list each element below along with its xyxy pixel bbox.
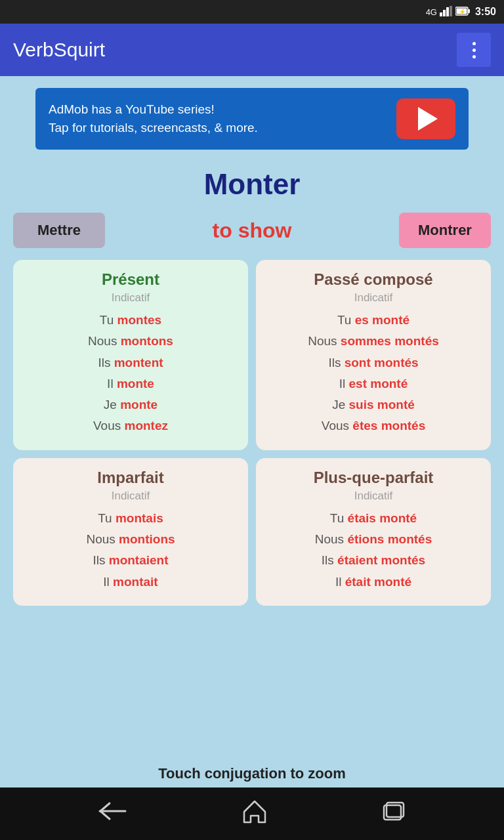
- passe-line-4: Il est monté: [262, 373, 484, 394]
- menu-button[interactable]: [457, 33, 491, 67]
- signal-bars: [440, 6, 453, 18]
- imparfait-title: Imparfait: [20, 469, 242, 487]
- plusque-line-1: Tu étais monté: [262, 508, 484, 529]
- recents-button[interactable]: [381, 799, 408, 829]
- imparfait-line-2: Nous montions: [20, 529, 242, 550]
- verb-title: Monter: [13, 168, 491, 201]
- passe-line-2: Nous sommes montés: [262, 331, 484, 352]
- battery-icon: ⚡: [455, 7, 470, 18]
- svg-text:⚡: ⚡: [458, 8, 466, 16]
- passe-line-1: Tu es monté: [262, 310, 484, 331]
- ad-banner[interactable]: AdMob has a YouTube series! Tap for tuto…: [35, 88, 469, 150]
- status-icons: 4G ⚡ 3:50: [426, 6, 496, 18]
- main-content: Monter Mettre to show Montrer Présent In…: [0, 161, 504, 757]
- plusque-line-4: Il était monté: [262, 572, 484, 593]
- passe-card[interactable]: Passé composé Indicatif Tu es monté Nous…: [256, 260, 491, 450]
- nav-bar: [0, 788, 504, 840]
- plusque-line-3: Ils étaient montés: [262, 550, 484, 571]
- imparfait-line-3: Ils montaient: [20, 550, 242, 571]
- plusque-card[interactable]: Plus-que-parfait Indicatif Tu étais mont…: [256, 458, 491, 606]
- plusque-mood: Indicatif: [262, 490, 484, 503]
- time-display: 3:50: [475, 6, 496, 18]
- nav-row: Mettre to show Montrer: [13, 213, 491, 248]
- plusque-title: Plus-que-parfait: [262, 469, 484, 487]
- present-line-6: Vous montez: [20, 415, 242, 436]
- present-line-4: Il monte: [20, 373, 242, 394]
- back-button[interactable]: [96, 801, 128, 827]
- present-title: Présent: [20, 270, 242, 289]
- present-line-3: Ils montent: [20, 352, 242, 373]
- svg-rect-3: [450, 6, 452, 16]
- imparfait-mood: Indicatif: [20, 490, 242, 503]
- youtube-button[interactable]: [396, 98, 455, 139]
- overflow-menu-icon: [472, 42, 476, 58]
- svg-rect-6: [468, 9, 470, 13]
- next-verb-button[interactable]: Montrer: [399, 213, 491, 248]
- present-line-5: Je monte: [20, 394, 242, 415]
- ad-text: AdMob has a YouTube series! Tap for tuto…: [49, 100, 258, 138]
- hint-bar: Touch conjugation to zoom: [0, 757, 504, 788]
- present-card[interactable]: Présent Indicatif Tu montes Nous montons…: [13, 260, 248, 450]
- status-bar: 4G ⚡ 3:50: [0, 0, 504, 24]
- imparfait-card[interactable]: Imparfait Indicatif Tu montais Nous mont…: [13, 458, 248, 606]
- imparfait-line-1: Tu montais: [20, 508, 242, 529]
- signal-icon: 4G: [426, 7, 437, 17]
- passe-line-3: Ils sont montés: [262, 352, 484, 373]
- home-button[interactable]: [242, 799, 268, 829]
- hint-text: Touch conjugation to zoom: [158, 765, 346, 782]
- conjugation-grid: Présent Indicatif Tu montes Nous montons…: [13, 260, 491, 606]
- present-line-2: Nous montons: [20, 331, 242, 352]
- svg-rect-2: [446, 7, 449, 16]
- prev-verb-button[interactable]: Mettre: [13, 213, 105, 248]
- passe-title: Passé composé: [262, 270, 484, 289]
- play-icon: [418, 107, 438, 131]
- svg-rect-1: [443, 10, 446, 16]
- svg-rect-0: [440, 12, 442, 16]
- passe-line-5: Je suis monté: [262, 394, 484, 415]
- passe-line-6: Vous êtes montés: [262, 415, 484, 436]
- imparfait-line-4: Il montait: [20, 572, 242, 593]
- present-mood: Indicatif: [20, 291, 242, 304]
- passe-mood: Indicatif: [262, 291, 484, 304]
- verb-translation: to show: [213, 219, 292, 243]
- present-line-1: Tu montes: [20, 310, 242, 331]
- app-title: VerbSquirt: [13, 39, 105, 61]
- plusque-line-2: Nous étions montés: [262, 529, 484, 550]
- app-bar: VerbSquirt: [0, 24, 504, 76]
